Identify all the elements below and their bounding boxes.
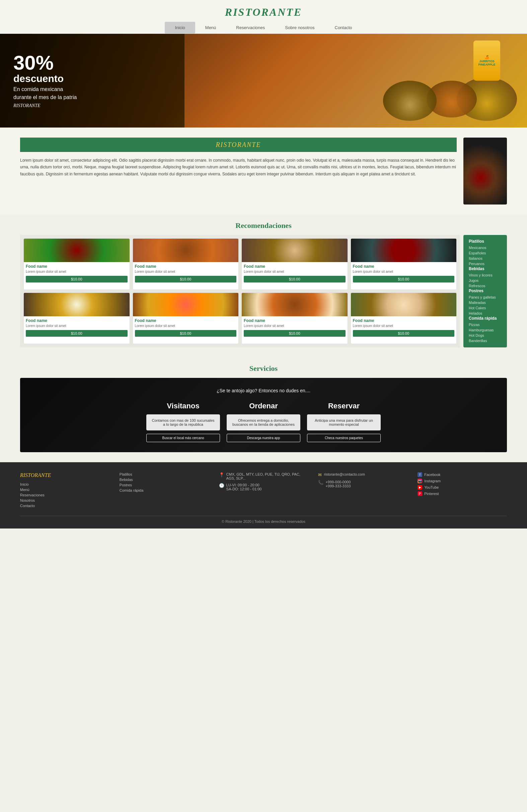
about-text: Lorem ipsum dolor sit amet, consectetur … <box>20 157 457 177</box>
sidebar-link-malteadas[interactable]: Malteadas <box>469 300 501 305</box>
nav-sobre-nosotros[interactable]: Sobre nosotros <box>275 22 325 33</box>
food-name-1: Food name <box>26 264 128 269</box>
hero-descuento: descuento <box>13 73 77 84</box>
footer-link-nosotros[interactable]: Nosotros <box>20 498 110 503</box>
food-card-5: Food name Lorem ipsum dolor sit amet $10… <box>24 292 130 344</box>
food-card-6: Food name Lorem ipsum dolor sit amet $10… <box>132 292 239 344</box>
footer-link-comida-rapida[interactable]: Comida rápida <box>119 488 209 492</box>
sidebar-link-hotdogs[interactable]: Hot Dogs <box>469 333 501 338</box>
food-info-3: Food name Lorem ipsum dolor sit amet $10… <box>242 262 347 285</box>
food-price-btn-1[interactable]: $10.00 <box>26 276 128 282</box>
nav-menu[interactable]: Menú <box>195 22 226 33</box>
sidebar-link-espanoles[interactable]: Españoles <box>469 250 501 256</box>
food-price-btn-7[interactable]: $10.00 <box>244 330 345 337</box>
food-name-5: Food name <box>26 318 128 323</box>
food-name-3: Food name <box>244 264 345 269</box>
sidebar-link-hotcakes[interactable]: Hot Cakes <box>469 305 501 310</box>
food-image-7 <box>242 293 347 316</box>
food-desc-3: Lorem ipsum dolor sit amet <box>244 270 345 274</box>
food-card-8: Food name Lorem ipsum dolor sit amet $10… <box>351 292 457 344</box>
social-facebook[interactable]: f Facebook <box>417 472 507 477</box>
sidebar-link-jugos[interactable]: Jugos <box>469 278 501 283</box>
services-tagline: ¿Se te antojo algo? Entonces no dudes en… <box>27 388 500 393</box>
hero-subtitle1: En comida mexicana <box>13 86 77 92</box>
footer-top: RISTORANTE Inicio Menú Reservaciones Nos… <box>20 472 507 509</box>
footer-link-bebidas[interactable]: Bebidas <box>119 478 209 482</box>
youtube-icon: ▶ <box>417 485 422 490</box>
footer-link-reservaciones[interactable]: Reservaciones <box>20 493 110 497</box>
sidebar-link-vinos[interactable]: Vinos y licores <box>469 273 501 278</box>
about-image <box>464 137 507 204</box>
footer-link-menu[interactable]: Menú <box>20 488 110 492</box>
nav-inicio[interactable]: Inicio <box>165 22 195 33</box>
service-btn-ordenar[interactable]: Descarga nuestra app <box>227 434 300 442</box>
food-price-btn-8[interactable]: $10.00 <box>353 330 455 337</box>
site-footer: RISTORANTE Inicio Menú Reservaciones Nos… <box>0 462 527 528</box>
nav-contacto[interactable]: Contacto <box>325 22 362 33</box>
footer-link-contacto[interactable]: Contacto <box>20 504 110 508</box>
recommendations-title: Recomendaciones <box>0 215 527 235</box>
facebook-icon: f <box>417 472 422 477</box>
service-desc-visitanos: Contamos con mas de 100 sucursales a lo … <box>146 415 220 431</box>
pinterest-icon: P <box>417 491 422 496</box>
food-info-2: Food name Lorem ipsum dolor sit amet $10… <box>133 262 239 285</box>
about-section: RISTORANTE Lorem ipsum dolor sit amet, c… <box>0 128 527 215</box>
nav-reservaciones[interactable]: Reservaciones <box>226 22 275 33</box>
food-info-7: Food name Lorem ipsum dolor sit amet $10… <box>242 316 347 339</box>
social-youtube[interactable]: ▶ YouTube <box>417 485 507 490</box>
hero-content: 30% descuento En comida mexicana durante… <box>0 40 90 122</box>
sidebar-link-panes[interactable]: Panes y galletas <box>469 294 501 300</box>
sidebar-category-comida-rapida: Comida rápida Pizzas Hamburguesas Hot Do… <box>469 316 501 344</box>
food-price-btn-4[interactable]: $10.00 <box>353 276 455 282</box>
footer-link-inicio[interactable]: Inicio <box>20 482 110 486</box>
food-plate-image <box>464 137 507 204</box>
sidebar-category-title-platillos: Platillos <box>469 239 501 244</box>
food-desc-5: Lorem ipsum dolor sit amet <box>26 324 128 328</box>
service-btn-visitanos[interactable]: Buscar el local más cercano <box>146 434 220 442</box>
main-nav: Inicio Menú Reservaciones Sobre nosotros… <box>0 22 527 34</box>
footer-hours-text: LU-VI: 09:00 - 20:00SA-DO: 12:00 - 01:00 <box>226 483 262 491</box>
sidebar-link-italianos[interactable]: Italianos <box>469 256 501 261</box>
food-price-btn-6[interactable]: $10.00 <box>135 330 237 337</box>
sidebar-link-helados[interactable]: Helados <box>469 310 501 316</box>
sidebar-category-title-postres: Postres <box>469 289 501 293</box>
food-info-1: Food name Lorem ipsum dolor sit amet $10… <box>24 262 130 285</box>
sidebar-link-pizzas[interactable]: Pizzas <box>469 322 501 327</box>
service-card-reservar: Reservar Anticipa una mesa para disfruta… <box>307 402 381 442</box>
service-title-reservar: Reservar <box>307 402 381 410</box>
sidebar-link-refrescos[interactable]: Refrescos <box>469 283 501 289</box>
sidebar-link-peruanos[interactable]: Peruanos <box>469 261 501 266</box>
food-price-btn-2[interactable]: $10.00 <box>135 276 237 282</box>
about-left: RISTORANTE Lorem ipsum dolor sit amet, c… <box>20 137 457 177</box>
footer-link-platillos[interactable]: Platillos <box>119 472 209 476</box>
social-pinterest[interactable]: P Pinterest <box>417 491 507 496</box>
food-price-btn-3[interactable]: $10.00 <box>244 276 345 282</box>
footer-location-text: CMX, GDL, MTY, LEO, PUE, TIJ, QRO, PAC, … <box>226 472 308 480</box>
sidebar-link-hamburguesas[interactable]: Hamburguesas <box>469 327 501 333</box>
footer-col-brand: RISTORANTE Inicio Menú Reservaciones Nos… <box>20 472 110 509</box>
sidebar-link-mexicanos[interactable]: Mexicanos <box>469 245 501 250</box>
social-youtube-label: YouTube <box>424 485 439 489</box>
email-icon: ✉ <box>318 472 322 477</box>
food-price-btn-5[interactable]: $10.00 <box>26 330 128 337</box>
food-name-2: Food name <box>135 264 237 269</box>
food-info-6: Food name Lorem ipsum dolor sit amet $10… <box>133 316 239 339</box>
footer-divider <box>20 516 507 516</box>
food-card-4: Food name Lorem ipsum dolor sit amet $10… <box>351 238 457 290</box>
social-instagram[interactable]: 📷 Instagram <box>417 479 507 483</box>
service-desc-ordenar: Ofrecemos entrega a domicilio, buscanos … <box>227 415 300 431</box>
food-desc-6: Lorem ipsum dolor sit amet <box>135 324 237 328</box>
service-title-ordenar: Ordenar <box>227 402 300 410</box>
clock-icon: 🕐 <box>219 483 224 488</box>
food-card-1: Food name Lorem ipsum dolor sit amet $10… <box>24 238 130 290</box>
about-banner: RISTORANTE <box>20 137 457 152</box>
service-btn-reservar[interactable]: Checa nuestros paquetes <box>307 434 381 442</box>
food-image-6 <box>133 293 239 316</box>
services-section: ¿Se te antojo algo? Entonces no dudes en… <box>0 378 527 462</box>
service-card-visitanos: Visitanos Contamos con mas de 100 sucurs… <box>146 402 220 442</box>
sidebar-link-banderillas[interactable]: Banderillas <box>469 338 501 344</box>
location-icon: 📍 <box>219 472 224 477</box>
footer-link-postres[interactable]: Postres <box>119 483 209 487</box>
food-image-2 <box>133 238 239 262</box>
food-image-1 <box>24 238 130 262</box>
